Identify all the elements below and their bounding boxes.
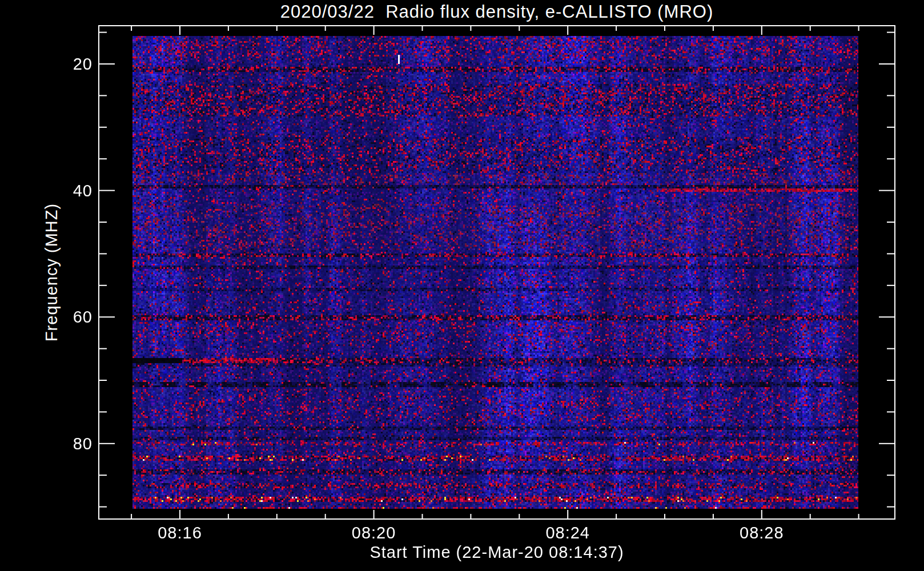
y-tick-label: 80 — [45, 433, 93, 454]
spectrogram-figure: 2020/03/22 Radio flux density, e-CALLIST… — [0, 0, 924, 571]
x-axis-label: Start Time (22-Mar-20 08:14:37) — [98, 543, 895, 562]
spectrogram-image — [132, 36, 858, 509]
x-tick-label: 08:28 — [716, 524, 808, 542]
x-tick-label: 08:16 — [134, 524, 226, 542]
y-tick-label: 40 — [45, 180, 93, 201]
x-tick-label: 08:24 — [522, 524, 613, 542]
y-tick-label: 20 — [45, 54, 93, 74]
chart-title: 2020/03/22 Radio flux density, e-CALLIST… — [98, 2, 895, 22]
y-tick-label: 60 — [45, 307, 93, 327]
x-tick-label: 08:20 — [328, 524, 420, 542]
